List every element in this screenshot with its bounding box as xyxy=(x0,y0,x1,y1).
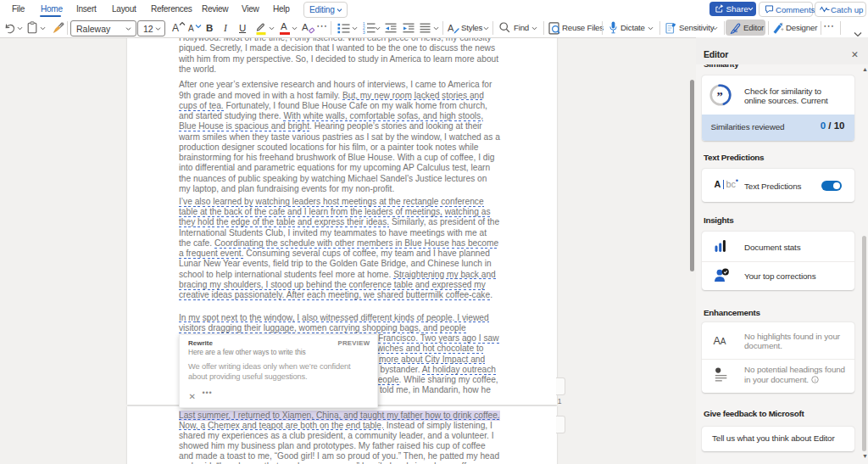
svg-text:i: i xyxy=(814,377,815,382)
svg-text:”: ” xyxy=(716,89,722,103)
svg-text:3: 3 xyxy=(363,31,365,34)
svg-text:A: A xyxy=(448,23,454,33)
